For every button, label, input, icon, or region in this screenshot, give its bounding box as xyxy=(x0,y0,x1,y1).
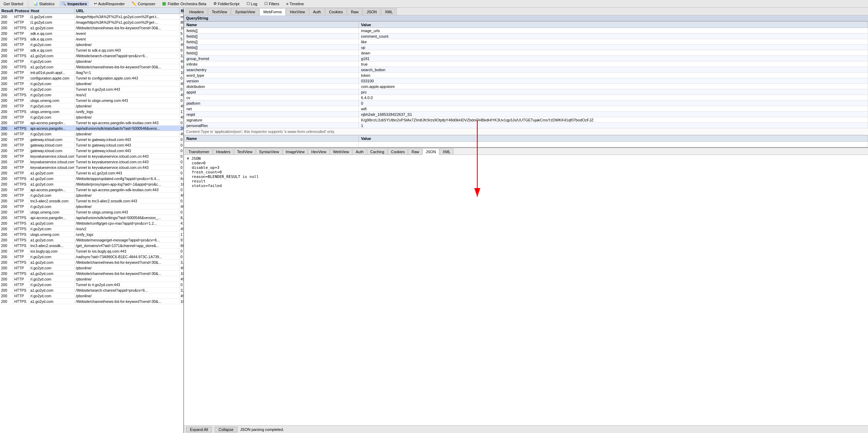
cell-result: 200 xyxy=(0,53,13,58)
traffic-row[interactable]: 200 HTTP i1.go2yd.com /image/https%3A%2F… xyxy=(0,20,183,25)
traffic-row[interactable]: 200 HTTP rl.go2yd.com /pbonline/ 49 text… xyxy=(0,81,183,87)
traffic-row[interactable]: 200 HTTP a1.go2yd.com Tunnel to a1.go2yd… xyxy=(0,170,183,176)
traffic-row[interactable]: 200 HTTPS a1.go2yd.com /Website/search-c… xyxy=(0,288,183,293)
traffic-row[interactable]: 200 HTTP configuration.apple.com Tunnel … xyxy=(0,75,183,81)
tab-hexview[interactable]: HexView xyxy=(286,8,309,15)
tab-raw[interactable]: Raw xyxy=(347,8,362,15)
traffic-row[interactable]: 200 HTTP i1.go2yd.com /image/https%3A%2F… xyxy=(0,14,183,20)
traffic-row[interactable]: 200 HTTP keyvalueservice.icloud.com.cn T… xyxy=(0,154,183,159)
log-btn[interactable]: ☐ Log xyxy=(244,1,259,6)
tab-textview[interactable]: TextView xyxy=(208,8,231,15)
resp-tab-transformer[interactable]: Transformer xyxy=(185,148,213,155)
traffic-row[interactable]: 200 HTTP gateway.icloud.com Tunnel to ga… xyxy=(0,148,183,154)
traffic-row[interactable]: 200 HTTP tnc3-aliec2.snssdk.com Tunnel t… xyxy=(0,198,183,204)
resp-tab-cookies[interactable]: Cookies xyxy=(388,148,408,155)
traffic-row[interactable]: 200 HTTP rl.go2yd.com /pbonline/ 49 text… xyxy=(0,59,183,64)
statistics-btn[interactable]: 📊 Statistics xyxy=(31,1,57,6)
traffic-row[interactable]: 200 HTTP sdk.e.qq.com /event 5 text/plai… xyxy=(0,31,183,36)
cell-body: max-ag... xyxy=(179,14,183,19)
json-expand-icon[interactable]: ▼ xyxy=(187,156,191,161)
resp-tab-textview[interactable]: TextView xyxy=(234,148,256,155)
traffic-row[interactable]: 200 HTTP rl.go2yd.com /pbonline/ 49 text… xyxy=(0,103,183,109)
get-started-btn[interactable]: Get Started xyxy=(1,1,25,6)
cell-body: 49 xyxy=(179,204,183,209)
traffic-row[interactable]: 200 HTTP gateway.icloud.com Tunnel to ga… xyxy=(0,137,183,142)
fiddler-script-btn[interactable]: ⚙ FiddlerScript xyxy=(211,1,242,6)
traffic-row[interactable]: 200 HTTP rl.go2yd.com /rad/sync?aid=73A9… xyxy=(0,254,183,260)
cell-host: api-access.pangolin... xyxy=(29,120,75,125)
traffic-row[interactable]: 200 HTTPS a1.go2yd.com /Website/proxy/op… xyxy=(0,181,183,187)
traffic-row[interactable]: 200 HTTP api-access.pangolin... Tunnel t… xyxy=(0,187,183,193)
traffic-row[interactable]: 200 HTTP rl.go2yd.com /pbonline/ 49 text… xyxy=(0,204,183,209)
resp-tab-webview[interactable]: WebView xyxy=(330,148,352,155)
cell-result: 200 xyxy=(0,226,13,231)
traffic-row[interactable]: 200 HTTP sdk.e.qq.com Tunnel to sdk.e.qq… xyxy=(0,47,183,53)
traffic-row[interactable]: 200 HTTPS a1.go2yd.com /Website/config/g… xyxy=(0,221,183,226)
traffic-row[interactable]: 200 HTTPS a1.go2yd.com /Website/channel/… xyxy=(0,299,183,304)
traffic-row[interactable]: 200 HTTP ios.bugly.qq.com Tunnel to ios.… xyxy=(0,248,183,254)
resp-tab-json[interactable]: JSON xyxy=(422,149,439,155)
cell-body: 49 xyxy=(179,103,183,109)
traffic-row[interactable]: 200 HTTPS a1.go2yd.com /Website/channel/… xyxy=(0,25,183,31)
traffic-row[interactable]: 200 HTTPS ulogs.umeng.com /unify_logs 17… xyxy=(0,109,183,114)
traffic-row[interactable]: 200 HTTP init-p01st.push.appl... /bag?v=… xyxy=(0,70,183,75)
cell-body: 97 xyxy=(179,237,183,242)
traffic-row[interactable]: 200 HTTPS api-access.pangolin... /api/ad… xyxy=(0,215,183,221)
traffic-row[interactable]: 200 HTTP keyvalueservice.icloud.com.cn T… xyxy=(0,159,183,165)
tab-xml[interactable]: XML xyxy=(381,8,397,15)
fiddler-orchestra-btn[interactable]: Fiddler Orchestra Beta xyxy=(160,1,208,6)
traffic-row[interactable]: 200 HTTP rl.go2yd.com /pbonline/ 49 text… xyxy=(0,276,183,282)
tab-syntaxview[interactable]: SyntaxView xyxy=(231,8,259,15)
traffic-row[interactable]: 200 HTTP rl.go2yd.com Tunnel to rl.go2yd… xyxy=(0,87,183,92)
resp-tab-raw[interactable]: Raw xyxy=(408,148,422,155)
traffic-row[interactable]: 200 HTTPS api-access.pangolin... /api/ad… xyxy=(0,126,183,131)
traffic-row[interactable]: 200 HTTP rl.go2yd.com Tunnel to rl.go2yd… xyxy=(0,282,183,288)
resp-tab-syntaxview[interactable]: SyntaxView xyxy=(256,148,282,155)
traffic-row[interactable]: 200 HTTP rl.go2yd.com /pbonline/ 49 text… xyxy=(0,293,183,299)
tab-cookies[interactable]: Cookies xyxy=(325,8,347,15)
empty-name-cell xyxy=(184,142,359,147)
resp-tab-headers[interactable]: Headers xyxy=(213,148,234,155)
query-string-scroll[interactable]: Name Value fields[] image_urls fields[] … xyxy=(184,21,868,147)
traffic-row[interactable]: 200 HTTPS a1.go2yd.com /Website/search-c… xyxy=(0,53,183,59)
traffic-row[interactable]: 200 HTTPS a1.go2yd.com /Website/appx/upd… xyxy=(0,176,183,181)
traffic-row[interactable]: 200 HTTPS sdk.e.qq.com /event 5 text/pla… xyxy=(0,36,183,42)
timeline-btn[interactable]: ≡ Timeline xyxy=(284,1,306,6)
traffic-row[interactable]: 200 HTTP gateway.icloud.com Tunnel to ga… xyxy=(0,142,183,148)
tab-webforms[interactable]: WebForms xyxy=(259,8,286,15)
traffic-row[interactable]: 200 HTTP keyvalueservice.icloud.com.cn T… xyxy=(0,165,183,170)
tab-json[interactable]: JSON xyxy=(363,8,381,15)
resp-tab-hexview[interactable]: HexView xyxy=(308,148,329,155)
resp-tab-imageview[interactable]: ImageView xyxy=(282,148,308,155)
traffic-row[interactable]: 200 HTTPS tnc3-aliec2.snssdk... /get_dom… xyxy=(0,243,183,248)
traffic-row[interactable]: 200 HTTP rl.go2yd.com /pbonline/ 49 text… xyxy=(0,265,183,271)
traffic-list[interactable]: 200 HTTP i1.go2yd.com /image/https%3A%2F… xyxy=(0,14,183,433)
traffic-row[interactable]: 200 HTTPS a1.go2yd.com /Website/channel/… xyxy=(0,271,183,276)
traffic-row[interactable]: 200 HTTP rl.go2yd.com /pbonline/ 49 text… xyxy=(0,114,183,120)
traffic-row[interactable]: 200 HTTP api-access.pangolin... Tunnel t… xyxy=(0,120,183,126)
cell-protocol: HTTP xyxy=(13,148,29,153)
autoresponder-btn[interactable]: ↩ AutoResponder xyxy=(92,1,127,6)
traffic-row[interactable]: 200 HTTPS ulogs.umeng.com /unify_logs 17… xyxy=(0,232,183,237)
expand-all-btn[interactable]: Expand All xyxy=(186,427,212,432)
composer-btn[interactable]: ✏️ Composer xyxy=(130,1,157,6)
traffic-row[interactable]: 200 HTTPS a1.go2yd.com /Website/channel/… xyxy=(0,64,183,70)
traffic-row[interactable]: 200 HTTP rl.go2yd.com /pbonline/ 49 text… xyxy=(0,131,183,137)
traffic-row[interactable]: 200 HTTP ulogs.umeng.com Tunnel to ulogs… xyxy=(0,209,183,215)
traffic-row[interactable]: 200 HTTPS rl.go2yd.com /ios/v2 49 text/p… xyxy=(0,92,183,98)
resp-tab-caching[interactable]: Caching xyxy=(367,148,387,155)
traffic-row[interactable]: 200 HTTP rl.go2yd.com /pbonline/ 49 text… xyxy=(0,42,183,47)
collapse-btn[interactable]: Collapse xyxy=(215,427,237,432)
tab-headers[interactable]: Headers xyxy=(185,8,208,15)
inspectors-btn[interactable]: 🔍 Inspectors xyxy=(59,1,89,6)
resp-tab-xml[interactable]: XML xyxy=(440,148,454,155)
traffic-row[interactable]: 200 HTTPS rl.go2yd.com /ios/v2 49 text/p… xyxy=(0,226,183,232)
traffic-row[interactable]: 200 HTTP rl.go2yd.com /pbonline/ 49 text… xyxy=(0,193,183,198)
json-tree-view[interactable]: ▼ JSON code=0disable_op=3fresh_count=0re… xyxy=(184,155,868,425)
filters-btn[interactable]: ☐ Filters xyxy=(262,1,281,6)
traffic-row[interactable]: 200 HTTP ulogs.umeng.com Tunnel to ulogs… xyxy=(0,98,183,103)
resp-tab-auth[interactable]: Auth xyxy=(353,148,367,155)
traffic-row[interactable]: 200 HTTPS a1.go2yd.com /Website/message/… xyxy=(0,237,183,243)
traffic-row[interactable]: 200 HTTPS a1.go2yd.com /Website/channel/… xyxy=(0,260,183,265)
tab-auth[interactable]: Auth xyxy=(309,8,325,15)
